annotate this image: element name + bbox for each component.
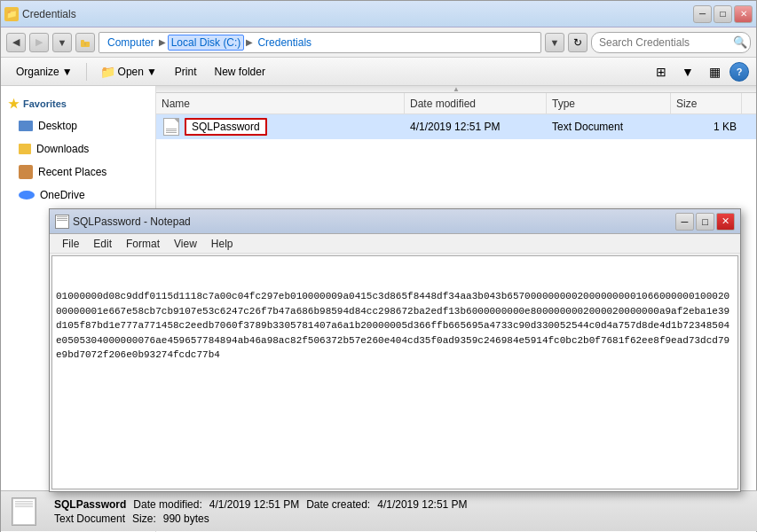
downloads-icon xyxy=(19,144,31,154)
organize-label: Organize xyxy=(16,66,59,78)
organize-dropdown-icon: ▼ xyxy=(62,66,73,78)
toolbar-right: ⊞ ▼ ▦ ? xyxy=(650,60,749,83)
forward-button[interactable]: ▶ xyxy=(29,33,49,52)
status-date-created-label: Date created: xyxy=(306,498,370,511)
help-button[interactable]: ? xyxy=(729,62,749,82)
explorer-window-controls: ─ □ ✕ xyxy=(693,5,753,23)
breadcrumb-sep-1: ▶ xyxy=(159,37,166,47)
breadcrumb-bar: Computer ▶ Local Disk (C:) ▶ Credentials xyxy=(99,32,541,53)
favorites-section-title: ★ Favorites xyxy=(1,93,155,114)
print-button[interactable]: Print xyxy=(167,60,205,83)
dropdown-button[interactable]: ▼ xyxy=(545,33,564,52)
preview-pane-button[interactable]: ▦ xyxy=(703,60,726,83)
sidebar-item-recent-label: Recent Places xyxy=(38,166,106,178)
col-size-label: Size xyxy=(676,98,697,110)
notepad-minimize-button[interactable]: ─ xyxy=(675,213,694,231)
status-size-label: Size: xyxy=(132,512,156,525)
notepad-window-controls: ─ □ ✕ xyxy=(675,213,735,231)
maximize-button[interactable]: □ xyxy=(714,5,732,23)
menu-format[interactable]: Format xyxy=(119,236,167,252)
back-button[interactable]: ◀ xyxy=(6,33,26,52)
menu-view[interactable]: View xyxy=(167,236,204,252)
status-file-icon xyxy=(12,497,36,526)
col-header-size[interactable]: Size xyxy=(671,93,742,113)
organize-button[interactable]: Organize ▼ xyxy=(8,60,81,83)
search-button[interactable]: 🔍 xyxy=(733,35,747,49)
status-date-modified-label: Date modified: xyxy=(133,498,201,511)
new-folder-button[interactable]: New folder xyxy=(207,60,273,83)
sidebar-item-downloads[interactable]: Downloads xyxy=(1,137,155,160)
explorer-title-bar: 📁 Credentials ─ □ ✕ xyxy=(1,1,756,27)
breadcrumb-local-disk[interactable]: Local Disk (C:) xyxy=(168,35,245,51)
file-line-2 xyxy=(166,130,177,131)
status-date-modified: 4/1/2019 12:51 PM xyxy=(209,498,299,511)
refresh-button[interactable]: ↻ xyxy=(568,33,587,52)
recent-icon xyxy=(19,165,33,179)
favorites-label: Favorites xyxy=(23,98,67,109)
sidebar-item-desktop[interactable]: Desktop xyxy=(1,114,155,137)
open-label: Open xyxy=(118,66,144,78)
col-header-date[interactable]: Date modified xyxy=(405,93,547,113)
menu-edit[interactable]: Edit xyxy=(86,236,119,252)
scroll-arrow: ▲ xyxy=(453,86,460,93)
status-date-created: 4/1/2019 12:51 PM xyxy=(377,498,467,511)
col-date-label: Date modified xyxy=(410,98,476,110)
notepad-maximize-button[interactable]: □ xyxy=(696,213,714,231)
view-details-button[interactable]: ⊞ xyxy=(650,60,673,83)
address-bar: ◀ ▶ ▼ ↑ Computer ▶ Local Disk (C:) ▶ Cre… xyxy=(1,27,756,58)
file-size-cell: 1 KB xyxy=(671,121,742,133)
sidebar-item-onedrive[interactable]: OneDrive xyxy=(1,184,155,207)
breadcrumb-credentials[interactable]: Credentials xyxy=(255,35,314,50)
notepad-window: SQLPassword - Notepad ─ □ ✕ File Edit Fo… xyxy=(49,208,741,492)
col-type-label: Type xyxy=(552,98,575,110)
explorer-title: Credentials xyxy=(22,8,693,20)
svg-text:↑: ↑ xyxy=(84,42,87,47)
sidebar-item-recent[interactable]: Recent Places xyxy=(1,160,155,184)
col-name-label: Name xyxy=(162,98,190,110)
file-list-header: Name Date modified Type Size xyxy=(156,93,756,114)
status-filename: SQLPassword xyxy=(54,498,126,511)
notepad-title-text: SQLPassword - Notepad xyxy=(73,215,672,228)
open-dropdown-icon: ▼ xyxy=(146,66,157,78)
onedrive-icon xyxy=(19,191,35,200)
menu-help[interactable]: Help xyxy=(204,236,241,252)
explorer-window-icon: 📁 xyxy=(4,7,19,21)
file-line-3 xyxy=(166,132,177,133)
scroll-top: ▲ xyxy=(156,86,756,93)
notepad-window-icon xyxy=(55,215,69,229)
col-header-type[interactable]: Type xyxy=(547,93,671,113)
toolbar-separator-1 xyxy=(86,63,87,81)
notepad-title-bar: SQLPassword - Notepad ─ □ ✕ xyxy=(50,209,740,234)
sidebar-item-onedrive-label: OneDrive xyxy=(40,189,85,201)
file-name-text: SQLPassword xyxy=(185,118,267,136)
sidebar-item-desktop-label: Desktop xyxy=(38,120,77,132)
search-input[interactable] xyxy=(591,32,751,53)
minimize-button[interactable]: ─ xyxy=(693,5,712,23)
col-header-name[interactable]: Name xyxy=(156,93,405,113)
view-dropdown-button[interactable]: ▼ xyxy=(676,60,699,83)
breadcrumb-computer[interactable]: Computer xyxy=(105,35,157,50)
recent-locations-button[interactable]: ▼ xyxy=(52,33,72,52)
notepad-text: 01000000d08c9ddf0115d1118c7a00c04fc297eb… xyxy=(56,289,734,363)
status-size: 990 bytes xyxy=(163,512,209,525)
file-icon xyxy=(163,118,179,136)
menu-file[interactable]: File xyxy=(55,236,86,252)
breadcrumb-sep-2: ▶ xyxy=(246,37,253,47)
close-button[interactable]: ✕ xyxy=(734,5,753,23)
toolbar: Organize ▼ 📁 Open ▼ Print New folder ⊞ ▼… xyxy=(1,58,756,86)
notepad-close-button[interactable]: ✕ xyxy=(716,213,735,231)
desktop-icon xyxy=(19,121,33,131)
notepad-menu: File Edit Format View Help xyxy=(50,234,740,254)
open-button[interactable]: 📁 Open ▼ xyxy=(92,60,165,83)
table-row[interactable]: SQLPassword 4/1/2019 12:51 PM Text Docum… xyxy=(156,114,756,139)
file-date-cell: 4/1/2019 12:51 PM xyxy=(405,121,547,133)
open-icon: 📁 xyxy=(100,65,115,79)
favorites-star-icon: ★ xyxy=(8,97,20,111)
notepad-text-content[interactable]: 01000000d08c9ddf0115d1118c7a00c04fc297eb… xyxy=(51,255,738,489)
file-name-cell: SQLPassword xyxy=(156,118,405,136)
file-type-cell: Text Document xyxy=(547,121,671,133)
status-file-info: SQLPassword Date modified: 4/1/2019 12:5… xyxy=(54,498,468,525)
status-bar: SQLPassword Date modified: 4/1/2019 12:5… xyxy=(1,490,757,531)
up-button[interactable]: ↑ xyxy=(75,33,95,52)
file-line-1 xyxy=(166,129,177,129)
